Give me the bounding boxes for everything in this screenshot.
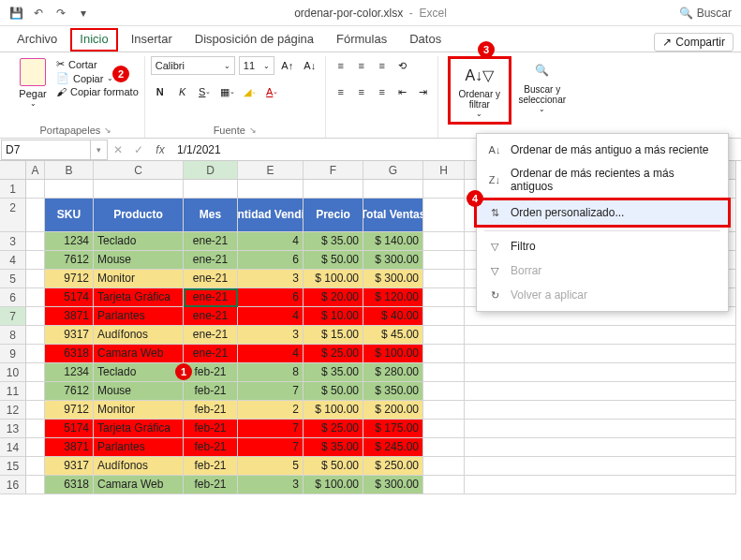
header-cell[interactable]: Cantidad Vendida <box>238 199 304 232</box>
tab-datos[interactable]: Datos <box>400 28 451 52</box>
cell[interactable]: 4 <box>238 345 304 363</box>
col-header-H[interactable]: H <box>423 161 465 180</box>
cell[interactable]: 9317 <box>45 457 94 476</box>
cell[interactable] <box>465 438 736 457</box>
cell[interactable]: ene-21 <box>184 345 238 363</box>
cell[interactable] <box>423 457 465 476</box>
cell[interactable]: 3871 <box>45 307 94 326</box>
cell[interactable]: ene-21 <box>184 270 238 288</box>
cell[interactable] <box>26 307 45 326</box>
cell[interactable]: Monitor <box>94 401 184 420</box>
cell[interactable]: ene-21 <box>184 288 238 307</box>
cell[interactable]: Monitor <box>94 270 184 288</box>
cell[interactable] <box>45 180 94 199</box>
cell[interactable]: feb-21 <box>184 382 238 401</box>
row-header-15[interactable]: 15 <box>0 457 26 476</box>
row-header-7[interactable]: 7 <box>0 307 26 326</box>
cell[interactable]: ene-21 <box>184 326 238 345</box>
cell[interactable]: 9712 <box>45 401 94 420</box>
cell[interactable]: Audífonos <box>94 457 184 476</box>
cell[interactable] <box>26 270 45 288</box>
italic-button[interactable]: K <box>173 82 192 101</box>
cell[interactable] <box>465 476 736 494</box>
cell[interactable] <box>423 307 465 326</box>
cell[interactable]: 7 <box>238 382 304 401</box>
col-header-F[interactable]: F <box>304 161 363 180</box>
cell[interactable]: 2 <box>238 401 304 420</box>
cell[interactable]: 5 <box>238 457 304 476</box>
cell[interactable] <box>26 401 45 420</box>
cell[interactable]: $ 35.00 <box>304 438 363 457</box>
cell[interactable] <box>26 382 45 401</box>
cell[interactable]: $ 25.00 <box>304 345 363 363</box>
row-header-4[interactable]: 4 <box>0 251 26 270</box>
cell[interactable]: $ 50.00 <box>304 457 363 476</box>
cell[interactable] <box>423 345 465 363</box>
cell[interactable]: 5174 <box>45 420 94 438</box>
cell[interactable]: 7612 <box>45 382 94 401</box>
cell[interactable]: $ 120.00 <box>363 288 423 307</box>
menu-custom-sort[interactable]: ⇅ Orden personalizado... <box>477 200 728 225</box>
cell[interactable]: $ 35.00 <box>304 232 363 251</box>
cell[interactable]: Parlantes <box>94 307 184 326</box>
cell[interactable]: 3 <box>238 326 304 345</box>
cell[interactable]: 9317 <box>45 326 94 345</box>
cell[interactable] <box>26 251 45 270</box>
cell[interactable]: Mouse <box>94 251 184 270</box>
cell[interactable] <box>465 345 736 363</box>
cell[interactable] <box>423 180 465 199</box>
name-box-dropdown[interactable]: ▾ <box>91 140 108 160</box>
cell[interactable]: $ 50.00 <box>304 251 363 270</box>
cell[interactable] <box>423 382 465 401</box>
cell[interactable] <box>465 382 736 401</box>
align-right-icon[interactable]: ≡ <box>373 82 392 101</box>
cell[interactable]: $ 10.00 <box>304 307 363 326</box>
orientation-icon[interactable]: ⟲ <box>393 56 412 75</box>
cell[interactable]: $ 300.00 <box>363 476 423 494</box>
cell[interactable] <box>94 180 184 199</box>
cell[interactable] <box>26 232 45 251</box>
tab-archivo[interactable]: Archivo <box>7 28 67 52</box>
row-header-12[interactable]: 12 <box>0 401 26 420</box>
cell[interactable]: 3871 <box>45 438 94 457</box>
cell[interactable]: 1234 <box>45 232 94 251</box>
cell[interactable]: 6 <box>238 288 304 307</box>
cell[interactable]: $ 100.00 <box>304 401 363 420</box>
cell[interactable]: 1234 <box>45 363 94 382</box>
cell[interactable] <box>26 438 45 457</box>
cell[interactable]: Teclado <box>94 363 184 382</box>
fx-icon[interactable]: fx <box>149 143 171 156</box>
row-header-14[interactable]: 14 <box>0 438 26 457</box>
bold-button[interactable]: N <box>151 82 170 101</box>
cell[interactable]: $ 300.00 <box>363 270 423 288</box>
cell[interactable]: $ 100.00 <box>363 345 423 363</box>
align-bottom-icon[interactable]: ≡ <box>373 56 392 75</box>
cell[interactable]: 9712 <box>45 270 94 288</box>
font-name-select[interactable]: Calibri⌄ <box>151 56 235 75</box>
cell[interactable]: Camara Web <box>94 345 184 363</box>
row-header-11[interactable]: 11 <box>0 382 26 401</box>
cell[interactable]: Tarjeta Gráfica <box>94 420 184 438</box>
row-header-2[interactable]: 2 <box>0 199 26 232</box>
save-icon[interactable]: 💾 <box>7 5 24 22</box>
cell[interactable] <box>238 180 304 199</box>
row-header-16[interactable]: 16 <box>0 476 26 494</box>
cell[interactable]: $ 40.00 <box>363 307 423 326</box>
cell[interactable]: $ 100.00 <box>304 476 363 494</box>
cell[interactable]: feb-21 <box>184 401 238 420</box>
search-box[interactable]: 🔍 Buscar <box>679 7 732 20</box>
cell[interactable]: 8 <box>238 363 304 382</box>
col-header-G[interactable]: G <box>363 161 423 180</box>
cell[interactable] <box>26 363 45 382</box>
cell[interactable] <box>423 420 465 438</box>
cell[interactable]: 7 <box>238 420 304 438</box>
cell[interactable] <box>26 345 45 363</box>
cell[interactable]: 6318 <box>45 345 94 363</box>
sort-filter-button[interactable]: A↓▽ Ordenar y filtrar ⌄ <box>452 61 507 120</box>
cell[interactable]: feb-21 <box>184 457 238 476</box>
cell[interactable]: 6 <box>238 251 304 270</box>
header-cell[interactable]: Precio <box>304 199 363 232</box>
cell[interactable] <box>465 457 736 476</box>
row-header-6[interactable]: 6 <box>0 288 26 307</box>
header-cell[interactable] <box>26 199 45 232</box>
